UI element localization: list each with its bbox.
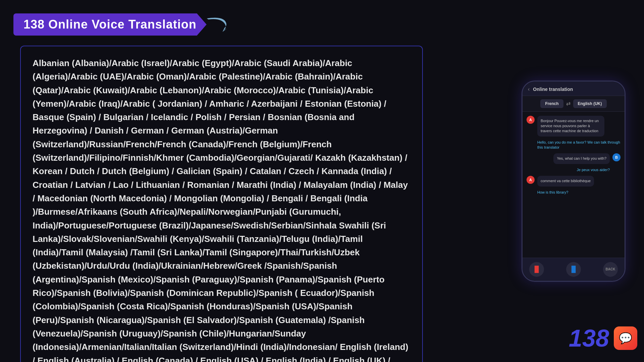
avatar-a-1: A [527,116,535,124]
arrow-decoration [205,14,232,35]
phone-mockup: ‹ Online translation French ⇄ English (U… [522,81,626,282]
chat-translated-1: Hello, can you do me a favor? We can tal… [527,139,621,151]
brand-icon: 💬 [614,326,637,350]
avatar-b-2: B [612,153,621,161]
right-panel: ‹ Online translation French ⇄ English (U… [503,0,644,362]
chat-translated-3: How is this library? [527,189,621,196]
record-middle-button[interactable]: ▐▌ [566,262,581,277]
chat-message-3: A comment va cette bibliothèque [527,176,621,186]
source-language-button[interactable]: French [540,99,563,108]
chat-message-1: A Bonjour Pouvez-vous me rendre un servi… [527,116,621,137]
chat-area: A Bonjour Pouvez-vous me rendre un servi… [523,112,625,258]
main-container: 138 Online Voice Translation Albanian (A… [0,0,644,362]
message-text-1: Bonjour Pouvez-vous me rendre un service… [541,119,599,133]
chat-message-2: B Yes, what can I help you with? [527,153,621,164]
microphone-middle-icon: ▐▌ [569,266,578,273]
message-text-3: comment va cette bibliothèque [541,179,591,183]
chat-bubble-3: comment va cette bibliothèque [537,176,594,186]
back-label: BACK [606,267,615,271]
phone-bottom-controls: ▐▌ ▐▌ BACK [523,258,625,281]
target-language-button[interactable]: English (UK) [573,99,607,108]
bottom-branding: 138 💬 [569,324,637,352]
brand-number: 138 [569,324,609,352]
chat-icon: 💬 [619,332,632,345]
message-text-2: Yes, what can I help you with? [557,156,606,160]
phone-title: Online translation [533,87,573,92]
chat-bubble-2: Yes, what can I help you with? [553,153,610,164]
lang-selector-row: French ⇄ English (UK) [523,96,625,112]
title-banner: 138 Online Voice Translation [13,13,490,36]
record-left-button[interactable]: ▐▌ [529,262,544,277]
microphone-left-icon: ▐▌ [532,266,541,273]
phone-back-button[interactable]: ‹ [528,86,530,92]
phone-header: ‹ Online translation [523,82,625,96]
content-box: Albanian (Albania)/Arabic (Israel)/Arabi… [20,46,423,362]
phone-screen: ‹ Online translation French ⇄ English (U… [523,82,625,281]
language-list: Albanian (Albania)/Arabic (Israel)/Arabi… [33,56,410,362]
left-panel: 138 Online Voice Translation Albanian (A… [0,0,503,362]
chat-translated-2: Je peux vous aider? [527,167,621,173]
app-title: 138 Online Voice Translation [13,13,207,36]
avatar-a-3: A [527,176,535,184]
swap-languages-icon[interactable]: ⇄ [566,100,571,107]
chat-bubble-1: Bonjour Pouvez-vous me rendre un service… [537,116,604,137]
back-button[interactable]: BACK [603,262,618,277]
back-chevron-icon: ‹ [528,86,530,92]
